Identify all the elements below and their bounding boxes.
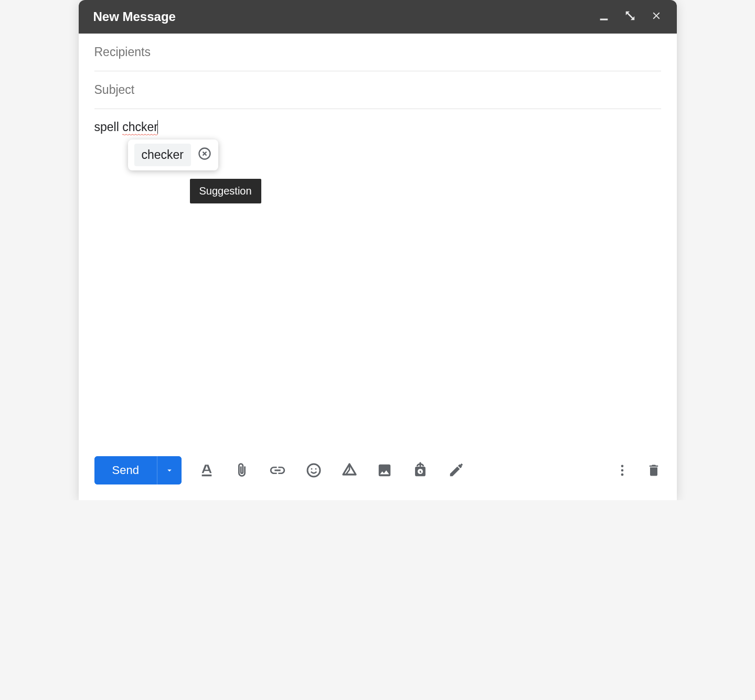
delete-icon[interactable]	[646, 463, 661, 478]
message-body[interactable]: spell chcker checker Suggestion	[94, 109, 661, 445]
header-controls	[598, 10, 662, 24]
suggestion-tooltip: Suggestion	[190, 179, 261, 203]
suggestion-word[interactable]: checker	[134, 144, 192, 166]
recipients-row	[94, 34, 661, 71]
body-text-before: spell	[94, 120, 123, 134]
subject-row	[94, 71, 661, 109]
drive-icon[interactable]	[341, 462, 358, 479]
confidential-icon[interactable]	[411, 461, 429, 479]
send-button[interactable]: Send	[94, 456, 157, 484]
spellcheck-popover: checker	[128, 139, 219, 170]
subject-field[interactable]	[94, 83, 661, 97]
text-format-icon[interactable]	[198, 462, 215, 479]
svg-rect-0	[600, 19, 608, 20]
attach-icon[interactable]	[234, 462, 250, 478]
svg-point-8	[621, 469, 623, 472]
compose-footer: Send	[79, 445, 677, 500]
header-title: New Message	[93, 9, 176, 24]
compose-window: New Message spell chcker check	[79, 0, 677, 500]
image-icon[interactable]	[377, 462, 392, 478]
link-icon[interactable]	[269, 461, 286, 479]
send-button-group: Send	[94, 456, 182, 484]
more-options-icon[interactable]	[615, 463, 630, 478]
misspelled-word[interactable]: chcker	[122, 119, 158, 135]
footer-left: Send	[94, 456, 464, 484]
svg-point-9	[621, 473, 623, 476]
dismiss-suggestion-icon[interactable]	[197, 146, 212, 164]
minimize-icon[interactable]	[598, 10, 610, 24]
emoji-icon[interactable]	[305, 462, 322, 479]
expand-icon[interactable]	[624, 10, 636, 24]
svg-point-4	[315, 468, 317, 470]
svg-point-3	[311, 468, 313, 470]
toolbar-icons	[198, 461, 464, 479]
send-more-button[interactable]	[157, 456, 182, 484]
recipients-field[interactable]	[94, 45, 661, 59]
svg-point-7	[621, 465, 623, 468]
compose-header: New Message	[79, 0, 677, 34]
footer-right	[615, 463, 661, 478]
pen-icon[interactable]	[448, 462, 464, 478]
close-icon[interactable]	[651, 10, 662, 24]
content-area: spell chcker checker Suggestion	[79, 34, 677, 445]
svg-point-2	[307, 464, 320, 477]
